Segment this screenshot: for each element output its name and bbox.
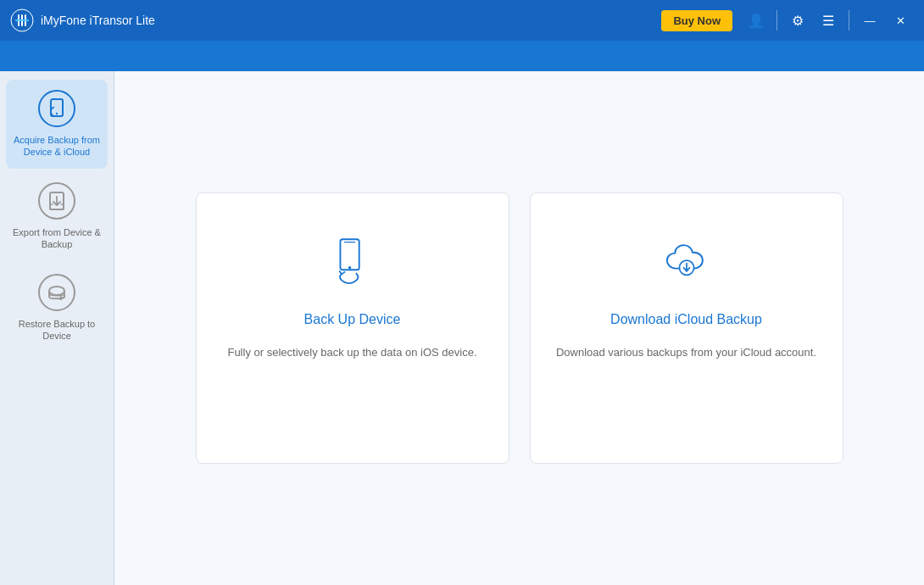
export-label: Export from Device & Backup bbox=[13, 226, 101, 251]
feature-cards-row: Back Up Device Fully or selectively back… bbox=[181, 192, 859, 464]
account-icon: 👤 bbox=[748, 13, 765, 29]
separator2 bbox=[849, 10, 849, 31]
svg-rect-5 bbox=[340, 239, 359, 270]
account-button[interactable]: 👤 bbox=[743, 7, 770, 34]
export-svg bbox=[46, 190, 68, 212]
content-area: Back Up Device Fully or selectively back… bbox=[114, 71, 924, 585]
restore-icon-container bbox=[38, 274, 75, 311]
main-layout: Acquire Backup from Device & iCloud Expo… bbox=[0, 71, 924, 585]
phone-sync-svg bbox=[46, 98, 68, 120]
svg-point-6 bbox=[348, 266, 350, 269]
svg-point-2 bbox=[56, 113, 58, 114]
download-icloud-title: Download iCloud Backup bbox=[610, 312, 762, 327]
minimize-button[interactable]: — bbox=[856, 7, 883, 34]
close-icon: ✕ bbox=[896, 14, 905, 27]
back-up-device-desc: Fully or selectively back up the data on… bbox=[227, 344, 476, 362]
app-title: iMyFone iTransor Lite bbox=[41, 14, 661, 27]
sub-header bbox=[0, 41, 924, 71]
restore-svg bbox=[46, 281, 68, 304]
minimize-icon: — bbox=[865, 14, 876, 27]
sidebar-item-export[interactable]: Export from Device & Backup bbox=[6, 172, 108, 261]
cloud-download-svg bbox=[661, 236, 712, 287]
sidebar: Acquire Backup from Device & iCloud Expo… bbox=[0, 71, 114, 585]
menu-button[interactable]: ☰ bbox=[815, 7, 842, 34]
title-bar: iMyFone iTransor Lite Buy Now 👤 ⚙ ☰ — ✕ bbox=[0, 0, 924, 41]
export-icon-container bbox=[38, 182, 75, 220]
back-up-device-icon bbox=[319, 227, 387, 295]
back-up-device-card[interactable]: Back Up Device Fully or selectively back… bbox=[196, 192, 509, 464]
app-logo bbox=[10, 8, 34, 32]
restore-label: Restore Backup to Device bbox=[13, 318, 101, 343]
close-button[interactable]: ✕ bbox=[887, 7, 914, 34]
download-icloud-card[interactable]: Download iCloud Backup Download various … bbox=[530, 192, 843, 464]
back-up-device-title: Back Up Device bbox=[304, 312, 401, 327]
download-icloud-desc: Download various backups from your iClou… bbox=[556, 344, 816, 362]
download-icloud-icon bbox=[653, 227, 721, 295]
separator bbox=[776, 10, 777, 31]
hamburger-icon: ☰ bbox=[822, 13, 834, 29]
settings-button[interactable]: ⚙ bbox=[784, 7, 811, 34]
sidebar-item-restore[interactable]: Restore Backup to Device bbox=[6, 264, 108, 353]
title-bar-actions: Buy Now 👤 ⚙ ☰ — ✕ bbox=[661, 7, 914, 34]
gear-icon: ⚙ bbox=[792, 13, 804, 29]
svg-point-4 bbox=[49, 287, 64, 295]
phone-backup-svg bbox=[327, 236, 378, 287]
acquire-backup-icon bbox=[38, 90, 75, 127]
sidebar-item-acquire-backup[interactable]: Acquire Backup from Device & iCloud bbox=[6, 80, 108, 169]
acquire-backup-label: Acquire Backup from Device & iCloud bbox=[13, 134, 101, 159]
buy-now-button[interactable]: Buy Now bbox=[661, 10, 732, 31]
